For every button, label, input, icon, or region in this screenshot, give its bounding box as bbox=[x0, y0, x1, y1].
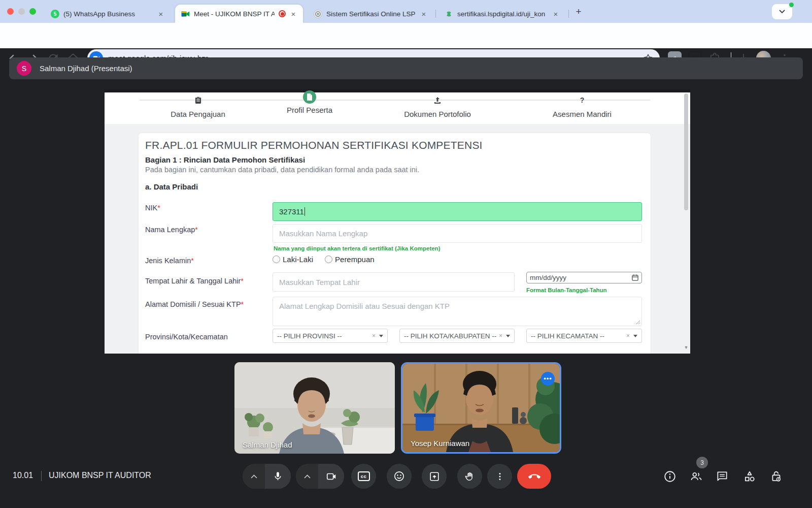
jenis-kelamin-options: Laki-Laki Perempuan bbox=[273, 255, 375, 264]
presenter-name: Salman Djihad (Presentasi) bbox=[40, 64, 132, 73]
resize-handle-icon[interactable] bbox=[636, 320, 640, 325]
recording-indicator-icon bbox=[279, 10, 286, 17]
clock: 10.01 bbox=[13, 471, 33, 480]
page-icon bbox=[445, 10, 453, 18]
cc-icon: cc bbox=[358, 471, 370, 481]
more-options-button[interactable] bbox=[487, 464, 512, 489]
chevron-up-icon bbox=[251, 474, 257, 479]
close-tab-icon[interactable]: × bbox=[419, 10, 428, 18]
chevron-up-icon bbox=[304, 474, 311, 479]
stepper-bar: Data Pengajuan Profil Peserta Dokumen Po… bbox=[105, 92, 690, 124]
kota-select[interactable]: -- PILIH KOTA/KABUPATEN -- × bbox=[399, 329, 515, 343]
close-tab-icon[interactable]: × bbox=[551, 10, 560, 18]
radio-label: Laki-Laki bbox=[283, 255, 313, 264]
salman-video-frame bbox=[234, 362, 395, 454]
document-icon bbox=[303, 90, 316, 104]
video-tile-yosep[interactable]: Yosep Kurniawan ••• bbox=[401, 362, 561, 454]
presenting-banner: S Salman Djihad (Presentasi) bbox=[9, 57, 803, 79]
people-button[interactable] bbox=[690, 470, 703, 483]
kebab-icon bbox=[495, 471, 505, 482]
nik-input[interactable]: 327311 bbox=[273, 202, 642, 221]
tab-meet[interactable]: Meet - UJIKOM BNSP IT A × bbox=[175, 5, 303, 23]
form-card: FR.APL.01 FORMULIR PERMOHONAN SERTIFIKAS… bbox=[139, 133, 651, 354]
activities-button[interactable] bbox=[743, 470, 756, 483]
step-dokumen-portofolio[interactable]: Dokumen Portofolio bbox=[392, 93, 483, 118]
tempat-lahir-input[interactable]: Masukkan Tempat Lahir bbox=[273, 272, 515, 292]
tab-label: (5) WhatsApp Business bbox=[63, 10, 152, 18]
end-call-button[interactable] bbox=[517, 464, 551, 489]
scroll-down-arrow-icon[interactable]: ▼ bbox=[683, 344, 689, 351]
tile-options-button[interactable]: ••• bbox=[541, 372, 555, 386]
tab-label: sertifikasi.lspdigital.id/uji_kon bbox=[457, 10, 547, 18]
nama-input[interactable]: Masukkan Nama Lengkap bbox=[273, 224, 642, 243]
shared-screen: Data Pengajuan Profil Peserta Dokumen Po… bbox=[105, 89, 690, 354]
close-window-button[interactable] bbox=[7, 8, 14, 15]
required-marker: * bbox=[191, 257, 194, 265]
tab-label: Sistem Sertifikasi Online LSP bbox=[326, 10, 415, 18]
clear-icon[interactable]: × bbox=[499, 332, 502, 339]
raise-hand-button[interactable] bbox=[457, 464, 482, 489]
microphone-icon bbox=[273, 471, 283, 482]
new-tab-button[interactable]: + bbox=[572, 6, 585, 18]
clipboard-icon bbox=[195, 93, 201, 107]
maximize-window-button[interactable] bbox=[29, 8, 36, 15]
mic-control bbox=[243, 464, 291, 489]
alamat-textarea[interactable]: Alamat Lengkap Domisili atau Sesuai deng… bbox=[273, 297, 642, 326]
alamat-label: Alamat Domisili / Sesuai KTP* bbox=[145, 300, 244, 308]
kecamatan-select[interactable]: -- PILIH KECAMATAN -- × bbox=[526, 329, 642, 343]
participant-name: Salman Djihad bbox=[243, 440, 292, 449]
step-data-pengajuan[interactable]: Data Pengajuan bbox=[152, 93, 244, 118]
required-marker: * bbox=[241, 300, 244, 308]
host-controls-button[interactable] bbox=[770, 470, 783, 483]
form-part-description: Pada bagian ini, cantumkan data pribadi,… bbox=[145, 166, 419, 174]
present-button[interactable] bbox=[422, 464, 447, 489]
tab-separator bbox=[568, 10, 569, 18]
step-profil-peserta[interactable]: Profil Peserta bbox=[264, 90, 355, 114]
meet-icon bbox=[181, 10, 190, 18]
dropdown-arrow-icon bbox=[633, 335, 637, 337]
form-part-title: Bagian 1 : Rincian Data Pemohon Sertifik… bbox=[145, 155, 305, 164]
video-tile-salman[interactable]: Salman Djihad bbox=[234, 362, 395, 454]
step-asesmen-mandiri[interactable]: ? Asesmen Mandiri bbox=[536, 93, 628, 118]
meeting-details-button[interactable] bbox=[663, 470, 676, 483]
chevron-down-icon bbox=[779, 10, 785, 14]
close-tab-icon[interactable]: × bbox=[156, 10, 165, 18]
call-end-icon bbox=[528, 470, 541, 483]
tab-sertifikasi-sistem[interactable]: Sistem Sertifikasi Online LSP × bbox=[308, 5, 433, 23]
close-tab-icon[interactable]: × bbox=[289, 10, 298, 18]
camera-options-button[interactable] bbox=[296, 464, 318, 489]
tab-search-button[interactable] bbox=[772, 4, 792, 19]
camera-button[interactable] bbox=[318, 464, 344, 489]
dropdown-arrow-icon bbox=[506, 335, 510, 337]
browser-toolbar: meet.google.com/rib-jowv-hzr </> N bbox=[0, 23, 812, 48]
wilayah-label: Provinsi/Kota/Kecamatan bbox=[145, 333, 228, 341]
clear-icon[interactable]: × bbox=[372, 332, 376, 339]
tab-whatsapp[interactable]: 5 (5) WhatsApp Business × bbox=[45, 5, 171, 23]
reactions-button[interactable] bbox=[387, 464, 412, 489]
people-count-badge: 3 bbox=[696, 457, 708, 468]
videocam-icon bbox=[326, 471, 337, 482]
required-marker: * bbox=[241, 277, 244, 285]
calendar-icon[interactable] bbox=[632, 274, 638, 281]
mic-options-button[interactable] bbox=[243, 464, 265, 489]
radio-laki-laki[interactable] bbox=[273, 256, 280, 263]
minimize-window-button[interactable] bbox=[18, 8, 25, 15]
tanggal-helper-text: Format Bulan-Tanggal-Tahun bbox=[526, 287, 607, 293]
chat-button[interactable] bbox=[716, 470, 729, 483]
jenis-kelamin-label: Jenis Kelamin* bbox=[145, 257, 194, 265]
provinsi-select[interactable]: -- PILIH PROVINSI -- × bbox=[273, 329, 388, 343]
required-marker: * bbox=[157, 204, 160, 212]
lsp-icon bbox=[314, 10, 322, 18]
required-marker: * bbox=[195, 226, 198, 234]
clear-icon[interactable]: × bbox=[626, 332, 630, 339]
scrollbar-thumb[interactable] bbox=[684, 93, 688, 210]
tab-strip: 5 (5) WhatsApp Business × Meet - UJIKOM … bbox=[0, 0, 812, 23]
mic-button[interactable] bbox=[265, 464, 291, 489]
radio-perempuan[interactable] bbox=[325, 256, 332, 263]
tanggal-lahir-date-input[interactable]: mm/dd/yyyy bbox=[526, 272, 642, 283]
hand-icon bbox=[464, 471, 476, 482]
captions-button[interactable]: cc bbox=[351, 464, 376, 489]
tab-sertifikasi-uji[interactable]: sertifikasi.lspdigital.id/uji_kon × bbox=[438, 5, 565, 23]
present-screen-icon bbox=[429, 471, 440, 482]
nama-label: Nama Lengkap* bbox=[145, 226, 198, 234]
